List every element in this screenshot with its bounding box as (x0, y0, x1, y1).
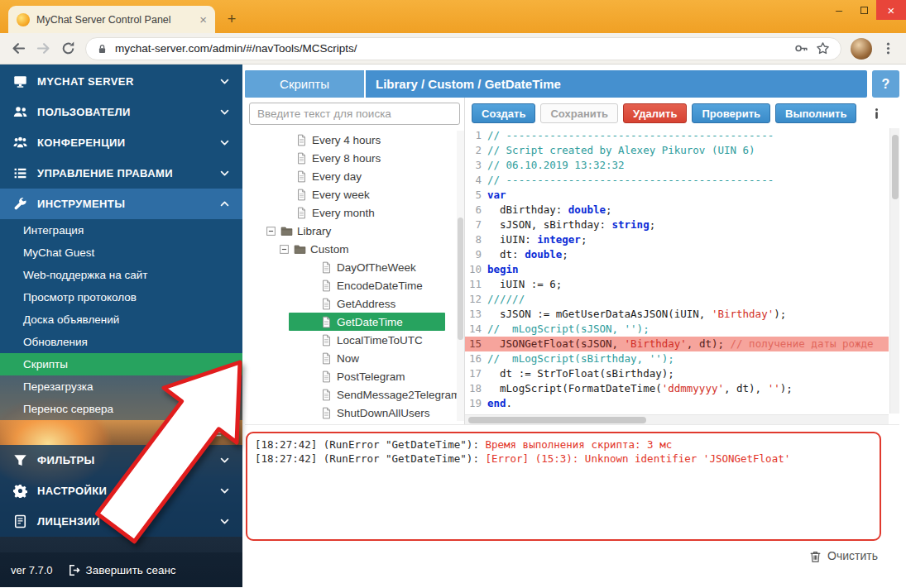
toolbar-button-blue[interactable]: Выполнить (775, 103, 856, 123)
code-text: iUIN: integer; (487, 232, 587, 247)
sidebar-item-users[interactable]: ПОЛЬЗОВАТЕЛИ (0, 97, 242, 127)
password-key-icon[interactable] (794, 41, 808, 55)
toolbar-button-blue[interactable]: Создать (472, 103, 535, 123)
sidebar-item-server[interactable]: MYCHAT SERVER (0, 66, 242, 97)
browser-menu-icon[interactable] (881, 41, 895, 55)
file-icon (320, 298, 333, 310)
tree-item[interactable]: EncodeDateTime (249, 276, 460, 294)
tree-item[interactable]: GetAddress (249, 294, 460, 313)
expander-minus-icon[interactable] (279, 244, 290, 255)
sidebar-subitem[interactable]: Web-поддержка на сайт (0, 264, 242, 286)
tree-item[interactable]: DayOfTheWeek (249, 258, 460, 276)
address-bar[interactable]: mychat-server.com/admin/#/navTools/MCScr… (85, 37, 841, 60)
logout-button[interactable]: Завершить сеанс (68, 564, 176, 576)
line-number: 8 (465, 232, 487, 247)
tree-item[interactable]: Library (249, 222, 460, 240)
browser-toolbar: mychat-server.com/admin/#/navTools/MCScr… (0, 33, 906, 65)
editor-horizontal-scrollbar[interactable] (465, 414, 889, 424)
page-header: Скрипты Library / Custom / GetDateTime ? (245, 70, 899, 98)
back-icon[interactable] (11, 41, 26, 56)
version-label: ver 7.7.0 (11, 564, 53, 576)
code-line: 10begin (465, 262, 889, 277)
tree-item[interactable]: Every week (249, 185, 460, 203)
tree-item[interactable]: SendMessage2Telegram (249, 385, 460, 404)
script-log: [18:27:42] (RunError "GetDateTime"): Вре… (246, 432, 881, 541)
editor-hscroll-thumb[interactable] (468, 417, 646, 423)
sidebar-item-permissions[interactable]: УПРАВЛЕНИЕ ПРАВАМИ (0, 158, 242, 189)
script-search-input[interactable] (249, 103, 460, 125)
tree-item[interactable]: Every 4 hours (249, 131, 460, 149)
sidebar-subitem[interactable]: MyChat Guest (0, 241, 242, 264)
info-icon[interactable] (870, 108, 883, 120)
tab-title: MyChat Server Control Panel (36, 14, 193, 26)
tree-scrollbar[interactable] (457, 131, 464, 421)
file-icon (295, 189, 308, 201)
sidebar-subitem[interactable]: Обновления (0, 331, 242, 353)
editor-vertical-scrollbar[interactable] (889, 128, 899, 414)
tree-item[interactable]: GetDateTime (289, 313, 445, 331)
window-minimize-button[interactable]: – (827, 0, 851, 20)
window-maximize-button[interactable] (851, 0, 876, 20)
sidebar-item-tools[interactable]: ИНСТРУМЕНТЫ (0, 189, 242, 219)
new-tab-button[interactable]: + (220, 9, 243, 29)
toolbar-button-blue[interactable]: Проверить (692, 103, 770, 123)
tree-item-label: SendMessage2Telegram (337, 389, 460, 401)
log-line: [18:27:42] (RunError "GetDateTime"): [Er… (255, 452, 872, 466)
tree-item[interactable]: Every month (249, 203, 460, 222)
expander-minus-icon[interactable] (266, 226, 276, 237)
clear-log-button[interactable]: Очистить (827, 549, 878, 562)
reload-icon[interactable] (60, 41, 76, 56)
help-button[interactable]: ? (872, 70, 899, 98)
tree-item-label: Every month (312, 207, 375, 219)
users-icon (13, 105, 27, 119)
code-text: iUIN := 6; (487, 277, 562, 292)
toolbar-button-red[interactable]: Удалить (623, 103, 687, 123)
file-icon (295, 207, 308, 219)
code-line: 1// ------------------------------------… (465, 128, 889, 143)
sidebar-subitem[interactable]: Перенос сервера (0, 398, 242, 420)
sidebar-subitem[interactable]: Интеграция (0, 219, 242, 241)
editor-vscroll-thumb[interactable] (892, 135, 899, 199)
sidebar-item-settings[interactable]: НАСТРОЙКИ (0, 476, 242, 506)
line-number: 10 (465, 262, 487, 277)
tree-item[interactable]: PostTelegram (249, 367, 460, 385)
code-editor[interactable]: 1// ------------------------------------… (465, 128, 899, 424)
code-line: 13 sJSON := mGetUserDataAsJSON(iUIN, 'Bi… (465, 307, 889, 322)
line-number: 3 (465, 158, 487, 173)
sidebar-subitem[interactable]: Доска объявлений (0, 308, 242, 331)
sidebar-item-filters[interactable]: ФИЛЬТРЫ (0, 445, 242, 476)
bookmark-star-icon[interactable] (816, 41, 830, 55)
window-close-button[interactable]: × (876, 0, 906, 20)
tree-scrollbar-thumb[interactable] (458, 218, 463, 339)
forum-link[interactable]: Форум (0, 420, 242, 445)
line-number: 2 (465, 143, 487, 158)
code-line: 2// Script created by Alexey Pikurov (UI… (465, 143, 889, 158)
forum-label: Форум (169, 427, 204, 439)
tree-item[interactable]: ShutDownAllUsers (249, 404, 460, 422)
chevron-up-icon (219, 198, 230, 209)
logout-label: Завершить сеанс (86, 564, 176, 576)
tree-item[interactable]: Custom (249, 240, 460, 258)
browser-profile-avatar[interactable] (851, 38, 872, 60)
tree-item[interactable]: Every 8 hours (249, 149, 460, 167)
sidebar-subitem[interactable]: Просмотр протоколов (0, 286, 242, 308)
tree-item[interactable]: Every day (249, 167, 460, 185)
code-line: 3// 06.10.2019 13:32:32 (465, 158, 889, 173)
tab-close-icon[interactable]: × (199, 13, 207, 26)
sidebar-subitem[interactable]: Скрипты (0, 353, 242, 375)
tree-item[interactable]: LocalTimeToUTC (249, 331, 460, 349)
sidebar-item-licenses[interactable]: ЛИЦЕНЗИИ (0, 506, 242, 537)
trash-icon (809, 550, 822, 562)
sidebar-item-label: УПРАВЛЕНИЕ ПРАВАМИ (37, 167, 209, 179)
sidebar-item-conference[interactable]: КОНФЕРЕНЦИИ (0, 127, 242, 158)
tree-item[interactable]: Now (249, 349, 460, 367)
code-text: // -------------------------------------… (487, 128, 774, 143)
code-text: dt: double; (487, 247, 568, 262)
file-icon (320, 334, 333, 347)
url-text[interactable]: mychat-server.com/admin/#/navTools/MCScr… (115, 42, 787, 55)
logout-icon (68, 564, 80, 576)
browser-tab[interactable]: MyChat Server Control Panel × (8, 6, 215, 33)
scripts-tab[interactable]: Скрипты (245, 70, 366, 98)
sidebar-subitem[interactable]: Перезагрузка (0, 375, 242, 398)
code-line: 11 iUIN := 6; (465, 277, 889, 292)
